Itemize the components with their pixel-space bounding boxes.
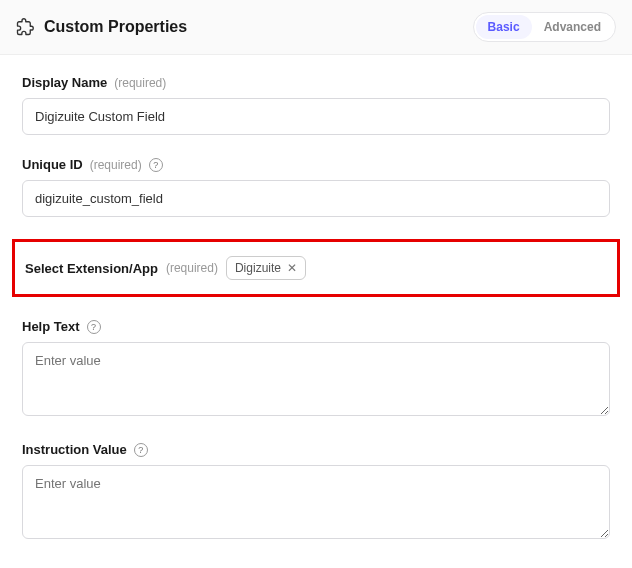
unique-id-label: Unique ID [22,157,83,172]
display-name-label: Display Name [22,75,107,90]
field-help-text: Help Text ? [22,319,610,420]
close-icon[interactable]: ✕ [287,262,297,274]
required-tag: (required) [90,158,142,172]
help-text-input[interactable] [22,342,610,416]
field-instruction-value: Instruction Value ? [22,442,610,543]
extension-chip[interactable]: Digizuite ✕ [226,256,306,280]
instruction-value-input[interactable] [22,465,610,539]
field-display-name: Display Name (required) [22,75,610,135]
tab-basic[interactable]: Basic [476,15,532,39]
help-icon[interactable]: ? [134,443,148,457]
header-bar: Custom Properties Basic Advanced [0,0,632,55]
display-name-input[interactable] [22,98,610,135]
label-row: Help Text ? [22,319,610,334]
help-text-label: Help Text [22,319,80,334]
tab-group: Basic Advanced [473,12,616,42]
label-row: Select Extension/App (required) Digizuit… [25,256,607,280]
label-row: Unique ID (required) ? [22,157,610,172]
label-row: Display Name (required) [22,75,610,90]
unique-id-input[interactable] [22,180,610,217]
header-left: Custom Properties [16,18,187,36]
label-row: Instruction Value ? [22,442,610,457]
select-extension-label: Select Extension/App [25,261,158,276]
required-tag: (required) [166,261,218,275]
instruction-value-label: Instruction Value [22,442,127,457]
required-tag: (required) [114,76,166,90]
field-unique-id: Unique ID (required) ? [22,157,610,217]
highlighted-section: Select Extension/App (required) Digizuit… [12,239,620,297]
form-area: Display Name (required) Unique ID (requi… [0,55,632,568]
help-icon[interactable]: ? [149,158,163,172]
puzzle-icon [16,18,34,36]
extension-chip-label: Digizuite [235,261,281,275]
tab-advanced[interactable]: Advanced [532,15,613,39]
page-title: Custom Properties [44,18,187,36]
help-icon[interactable]: ? [87,320,101,334]
